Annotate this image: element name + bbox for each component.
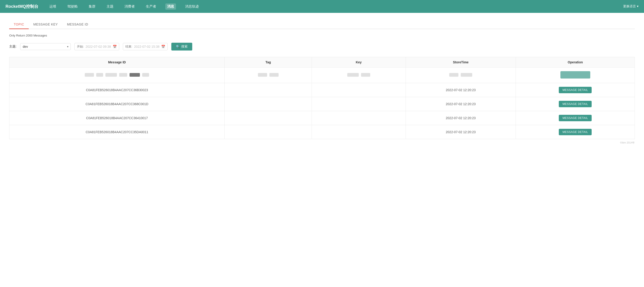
- table-row: C0A81FEB526018B4AAC207CC35DA00112022-07-…: [10, 125, 635, 139]
- th-key: Key: [312, 57, 406, 68]
- search-bar: 主题: dev ▼ 开始: 2022-07-02 09:38 📅 结束: 202…: [9, 43, 635, 50]
- cell-message-id: C0A81FEB526018B4AAC207CC35DA0011: [10, 125, 224, 139]
- message-detail-button[interactable]: MESSAGE DETAIL: [559, 115, 592, 121]
- navbar-item-jiashipang[interactable]: 驾驶舱: [66, 4, 80, 10]
- blur-block: [361, 73, 370, 77]
- navbar-item-shengchan[interactable]: 生产者: [144, 4, 158, 10]
- data-table: Message ID Tag Key StoreTime Operation: [9, 57, 635, 139]
- table-row: C0A81FEB526018B4AAC207CC364100172022-07-…: [10, 111, 635, 125]
- cell-operation: MESSAGE DETAIL: [516, 111, 635, 125]
- navbar-item-jiqun[interactable]: 集群: [87, 4, 98, 10]
- end-label: 结束:: [126, 44, 132, 49]
- message-detail-button[interactable]: MESSAGE DETAIL: [559, 101, 592, 107]
- table-row: [10, 68, 635, 83]
- tab-topic[interactable]: TOPIC: [9, 20, 29, 29]
- blur-block: [130, 73, 140, 77]
- blur-btn: [560, 71, 590, 78]
- table-row: C0A81FEB526018B4AAC207CC368C001D2022-07-…: [10, 97, 635, 111]
- search-icon: 🔍: [176, 45, 180, 48]
- cell-key: [312, 68, 406, 83]
- cell-storetime: 2022-07-02 12:20:23: [406, 111, 516, 125]
- cell-message-id: C0A81FEB526018B4AAC207CC368C001D: [10, 97, 224, 111]
- table-row: C0A81FEB526018B4AAC207CC36B300232022-07-…: [10, 83, 635, 97]
- start-date-value[interactable]: 2022-07-02 09:38: [86, 45, 111, 48]
- navbar-item-xiaofei[interactable]: 消费者: [123, 4, 137, 10]
- info-text: Only Return 2000 Messages: [9, 34, 635, 37]
- main-content: TOPIC MESSAGE KEY MESSAGE ID Only Return…: [0, 13, 644, 152]
- blur-block: [347, 73, 359, 77]
- topic-select-wrapper: dev ▼: [20, 43, 71, 50]
- blur-block: [85, 73, 94, 77]
- cell-message-id: C0A81FEB526018B4AAC207CC36B30023: [10, 83, 224, 97]
- cell-storetime: 2022-07-02 12:20:23: [406, 83, 516, 97]
- cell-tag: [224, 83, 312, 97]
- blur-block: [119, 73, 127, 77]
- start-label: 开始:: [77, 44, 84, 49]
- start-calendar-icon[interactable]: 📅: [113, 45, 117, 48]
- cell-operation: MESSAGE DETAIL: [516, 125, 635, 139]
- cell-storetime: 2022-07-02 12:20:23: [406, 97, 516, 111]
- th-storetime: StoreTime: [406, 57, 516, 68]
- topic-select[interactable]: dev: [20, 43, 71, 50]
- th-tag: Tag: [224, 57, 312, 68]
- cell-message-id: [10, 68, 224, 83]
- cell-operation: [516, 68, 635, 83]
- tab-message-key[interactable]: MESSAGE KEY: [29, 20, 62, 29]
- search-button-label: 搜索: [181, 44, 188, 49]
- cell-storetime: 2022-07-02 12:20:23: [406, 125, 516, 139]
- blur-block: [142, 73, 149, 77]
- cell-message-id: C0A81FEB526018B4AAC207CC36410017: [10, 111, 224, 125]
- cell-key: [312, 83, 406, 97]
- cell-storetime: [406, 68, 516, 83]
- cell-key: [312, 125, 406, 139]
- tabs: TOPIC MESSAGE KEY MESSAGE ID: [9, 20, 635, 29]
- navbar-lang-switch[interactable]: 更换语言 ▾: [623, 4, 638, 8]
- navbar-item-zhuti[interactable]: 主题: [105, 4, 115, 10]
- navbar: RocketMQ控制台 运维 驾驶舱 集群 主题 消费者 生产者 消息 消息轨迹…: [0, 0, 644, 13]
- blur-block: [461, 73, 472, 77]
- cell-key: [312, 111, 406, 125]
- end-date-value[interactable]: 2022-07-02 15:38: [134, 45, 160, 48]
- navbar-brand: RocketMQ控制台: [6, 4, 38, 9]
- cell-tag: [224, 68, 312, 83]
- cell-operation: MESSAGE DETAIL: [516, 83, 635, 97]
- message-detail-button[interactable]: MESSAGE DETAIL: [559, 129, 592, 135]
- navbar-item-xiaoxi[interactable]: 消息: [165, 4, 176, 10]
- blur-block: [270, 73, 278, 77]
- end-date-group: 结束: 2022-07-02 15:38 📅: [123, 43, 168, 50]
- cell-key: [312, 97, 406, 111]
- navbar-item-xiaoxiguidao[interactable]: 消息轨迹: [183, 4, 201, 10]
- footer-note: ©ibm 2014年: [9, 141, 635, 144]
- navbar-menu: 运维 驾驶舱 集群 主题 消费者 生产者 消息 消息轨迹: [48, 4, 623, 10]
- cell-operation: MESSAGE DETAIL: [516, 97, 635, 111]
- end-calendar-icon[interactable]: 📅: [161, 45, 165, 48]
- cell-tag: [224, 97, 312, 111]
- navbar-item-yunwei[interactable]: 运维: [48, 4, 58, 10]
- table-header-row: Message ID Tag Key StoreTime Operation: [10, 57, 635, 68]
- th-message-id: Message ID: [10, 57, 224, 68]
- cell-tag: [224, 111, 312, 125]
- search-button[interactable]: 🔍 搜索: [171, 43, 192, 50]
- tab-message-id[interactable]: MESSAGE ID: [62, 20, 93, 29]
- blur-block: [258, 73, 267, 77]
- message-detail-button[interactable]: MESSAGE DETAIL: [559, 87, 592, 93]
- start-date-group: 开始: 2022-07-02 09:38 📅: [74, 43, 119, 50]
- blur-block: [96, 73, 103, 77]
- topic-label: 主题:: [9, 44, 16, 49]
- cell-tag: [224, 125, 312, 139]
- th-operation: Operation: [516, 57, 635, 68]
- blur-block: [449, 73, 458, 77]
- blur-block: [106, 73, 117, 77]
